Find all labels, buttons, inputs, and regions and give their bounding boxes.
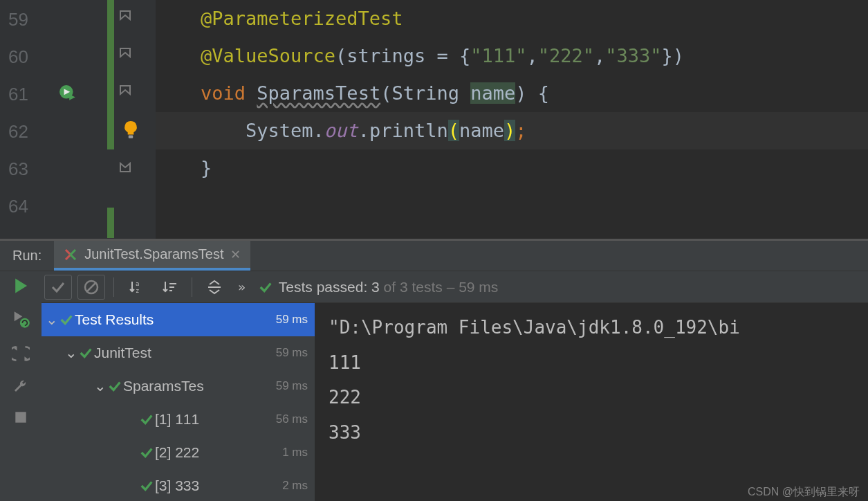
change-marker <box>107 37 114 75</box>
close-icon[interactable]: ✕ <box>230 247 241 262</box>
tree-label: JunitTest <box>94 345 151 361</box>
run-toolbar: az » Tests passed: 3 of 3 tests – 59 ms <box>41 271 868 303</box>
stop-icon[interactable] <box>13 410 28 425</box>
code-text: (strings = { <box>335 45 470 66</box>
tree-time: 56 ms <box>276 412 308 426</box>
tree-label: [2] 222 <box>155 444 199 461</box>
code-annotation: @ParameterizedTest <box>201 8 403 29</box>
summary-count: 3 <box>367 279 383 295</box>
separator <box>192 277 192 297</box>
code-text: name <box>459 120 504 141</box>
code-text: }) <box>662 45 685 66</box>
code-string: "111" <box>470 45 526 66</box>
check-icon <box>77 345 94 361</box>
check-icon <box>107 379 123 394</box>
run-left-toolbar <box>0 271 41 501</box>
svg-line-5 <box>86 282 96 292</box>
run-body: ⌄ Test Results 59 ms ⌄ JunitTest 59 ms ⌄… <box>41 303 868 501</box>
sort-duration-icon[interactable] <box>156 275 183 300</box>
check-icon <box>58 312 75 327</box>
run-tab-label: JunitTest.SparamsTest <box>84 246 223 262</box>
code-text: , <box>594 45 605 66</box>
chevron-down-icon[interactable]: ⌄ <box>46 311 58 328</box>
toggle-auto-test-icon[interactable] <box>12 345 30 363</box>
tree-leaf[interactable]: [1] 111 56 ms <box>41 403 315 436</box>
svg-text:z: z <box>136 287 139 294</box>
rerun-icon[interactable] <box>12 277 30 295</box>
code-static-field: out <box>324 120 358 141</box>
tree-leaf[interactable]: [3] 333 2 ms <box>41 469 315 501</box>
rerun-failed-icon[interactable] <box>11 310 30 329</box>
line-number: 64 <box>8 196 28 217</box>
svg-point-2 <box>20 318 30 328</box>
code-keyword: void <box>201 82 246 104</box>
tree-label: Test Results <box>75 311 154 328</box>
fold-icon[interactable] <box>119 83 131 98</box>
code-text: ) { <box>515 82 549 104</box>
line-number: 62 <box>8 121 28 143</box>
tree-time: 59 ms <box>276 379 308 393</box>
summary-suffix: of 3 tests – 59 ms <box>384 279 499 295</box>
chevron-down-icon[interactable]: ⌄ <box>94 378 107 394</box>
code-text: , <box>526 45 537 66</box>
expand-all-icon[interactable] <box>201 275 228 300</box>
console-output[interactable]: "D:\Program Files\Java\jdk1.8.0_192\bi 1… <box>315 303 868 501</box>
tree-label: SparamsTes <box>123 378 204 394</box>
show-passed-icon[interactable] <box>44 275 72 300</box>
tree-label: [3] 333 <box>155 477 199 494</box>
run-tool-window-header: Run: JunitTest.SparamsTest ✕ <box>0 241 868 271</box>
run-test-icon[interactable] <box>59 84 77 105</box>
fold-icon[interactable] <box>119 8 131 24</box>
console-line: "D:\Program Files\Java\jdk1.8.0_192\bi <box>329 310 854 345</box>
tests-summary: Tests passed: 3 of 3 tests – 59 ms <box>258 279 499 295</box>
watermark: CSDN @快到锅里来呀 <box>748 485 860 500</box>
summary-prefix: Tests passed: <box>279 279 367 295</box>
chevron-down-icon[interactable]: ⌄ <box>65 345 77 361</box>
console-line: 111 <box>329 345 854 381</box>
more-icon[interactable]: » <box>238 280 246 294</box>
code-paren: ( <box>448 120 459 141</box>
change-marker <box>107 0 114 37</box>
code-area[interactable]: @ParameterizedTest @ValueSource(strings … <box>156 0 868 239</box>
tree-leaf[interactable]: [2] 222 1 ms <box>41 436 315 469</box>
change-marker <box>107 208 114 238</box>
tree-label: [1] 111 <box>155 411 199 428</box>
console-line: 222 <box>329 380 854 415</box>
svg-text:a: a <box>136 280 139 287</box>
check-icon <box>138 445 155 460</box>
change-marker <box>107 112 114 149</box>
check-icon <box>258 280 273 295</box>
code-param: name <box>470 82 515 104</box>
tree-node[interactable]: ⌄ SparamsTes 59 ms <box>41 370 315 403</box>
svg-rect-3 <box>15 412 26 422</box>
code-text <box>246 82 257 104</box>
code-annotation: @ValueSource <box>201 45 335 66</box>
bulb-icon[interactable] <box>123 120 138 143</box>
svg-rect-1 <box>129 136 133 138</box>
wrench-icon[interactable] <box>12 378 29 394</box>
check-icon <box>138 478 155 493</box>
fold-icon[interactable] <box>119 46 131 61</box>
tree-root[interactable]: ⌄ Test Results 59 ms <box>41 303 315 336</box>
test-tree[interactable]: ⌄ Test Results 59 ms ⌄ JunitTest 59 ms ⌄… <box>41 303 315 501</box>
show-ignored-icon[interactable] <box>77 275 105 300</box>
tree-time: 59 ms <box>276 346 308 360</box>
line-number: 59 <box>8 9 28 30</box>
run-tab[interactable]: JunitTest.SparamsTest ✕ <box>54 241 250 271</box>
code-text: } <box>201 157 212 179</box>
code-text: System. <box>246 120 324 141</box>
code-editor[interactable]: 59 60 61 62 63 64 @ParameterizedTest @Va… <box>0 0 868 239</box>
sort-icon[interactable]: az <box>122 275 150 300</box>
change-marker <box>107 75 114 112</box>
tree-node[interactable]: ⌄ JunitTest 59 ms <box>41 336 315 370</box>
fold-end-icon[interactable] <box>119 162 131 177</box>
tree-time: 1 ms <box>282 446 308 459</box>
line-number: 60 <box>8 46 28 68</box>
code-string: "333" <box>605 45 661 66</box>
separator <box>113 277 114 297</box>
tree-time: 2 ms <box>282 479 308 493</box>
gutter: 59 60 61 62 63 64 <box>0 0 156 239</box>
check-icon <box>138 412 155 427</box>
code-string: "222" <box>538 45 594 66</box>
console-line: 333 <box>329 415 854 450</box>
